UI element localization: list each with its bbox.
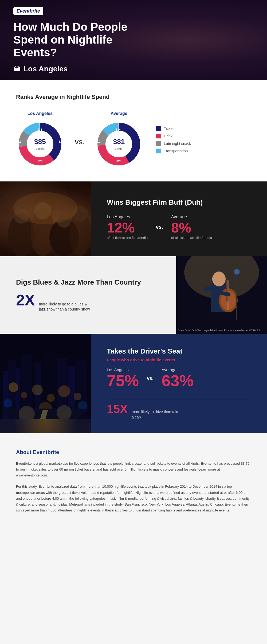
la-chart-label: Los Angeles [28,111,53,116]
film-avg-pct: 8% [171,221,212,235]
svg-point-46 [58,385,70,397]
legend-drink-text: Drink [164,134,172,138]
la-ticket-label: $33 [37,128,42,131]
film-la-stat: Los Angeles 12% of all tickets are film/… [107,215,148,240]
film-title: Wins Biggest Film Buff (Duh) [107,198,251,207]
avg-donut: $81 a night $34 $26 $10 $11 [95,120,143,168]
blues-multiplier: 2X [16,292,35,308]
ranks-title: Ranks Average in Nightlife Spend [16,94,251,100]
film-la-pct: 12% [107,221,148,235]
film-la-label: Los Angeles [107,215,148,219]
avg-chart-block: Average $81 a night $34 $26 [95,111,143,168]
la-donut: $85 a night $33 $29 $11 $12 [16,120,64,168]
hero-title: How Much Do People Spend on Nightlife Ev… [13,21,147,59]
svg-point-47 [74,393,81,400]
driver-multiplier: 15X [107,403,128,415]
legend-drink: Drink [156,134,191,138]
blues-caption: "Jazz Guitar Solo" by LongitudeLatitude … [178,329,260,332]
avg-snack-label: $10 [95,140,100,143]
film-avg-stat: Average 8% of all tickets are film/media [171,215,212,240]
legend: Ticket Drink Late night snack Transporta… [156,126,191,153]
svg-rect-29 [236,272,237,320]
la-amount: $85 [34,138,46,146]
legend-transport-color [156,149,161,153]
hero-location: 🏔 Los Angeles [13,64,254,73]
about-para1: Eventbrite is a global marketplace for l… [16,461,251,478]
driver-avg-pct: 63% [162,372,194,390]
driver-avg-stat: Average 63% [162,367,194,390]
film-stats: Los Angeles 12% of all tickets are film/… [107,215,251,240]
film-vs: vs. [156,224,163,230]
legend-snack-text: Late night snack [164,141,191,146]
legend-snack: Late night snack [156,141,191,146]
driver-subtitle: People who drive to nightlife events [107,358,251,362]
avg-per-night: a night [115,147,123,150]
driver-vs: vs. [147,376,154,381]
driver-section: Takes the Driver's Seat People who drive… [0,334,267,433]
about-para2: For this study, Eventbrite analyzed data… [16,484,251,513]
la-per-night: a night [36,147,44,150]
legend-ticket-text: Ticket [164,126,174,131]
blues-image: "Jazz Guitar Solo" by LongitudeLatitude … [176,256,267,334]
la-donut-center: $85 a night [34,138,46,151]
legend-snack-color [156,141,161,146]
location-text: Los Angeles [23,65,68,73]
film-la-desc: of all tickets are film/media [107,236,148,240]
film-section: Wins Biggest Film Buff (Duh) Los Angeles… [0,181,267,256]
about-section: About Eventbrite Eventbrite is a global … [0,433,267,535]
blues-content: Digs Blues & Jazz More Than Country 2X m… [0,256,176,334]
driver-image-inner [0,334,91,433]
avg-amount: $81 [113,138,125,146]
driver-la-stat: Los Angeles 75% [107,367,139,390]
driver-stats: Los Angeles 75% vs. Average 63% [107,367,251,390]
driver-avg-label: Average [162,367,194,372]
svg-point-20 [212,271,226,286]
svg-point-16 [13,192,77,224]
driver-title: Takes the Driver's Seat [107,347,251,355]
svg-point-42 [9,382,18,392]
legend-ticket-color [156,126,161,131]
eventbrite-logo: Eventbrite [13,7,43,15]
location-icon: 🏔 [13,64,21,73]
la-drink-label: $29 [38,160,42,163]
driver-divider [107,399,251,399]
driver-multiplier-desc: more likely to drive than take a cab [132,409,180,420]
film-content: Wins Biggest Film Buff (Duh) Los Angeles… [91,181,267,256]
legend-drink-color [156,134,161,138]
legend-ticket: Ticket [156,126,191,131]
ranks-section: Ranks Average in Nightlife Spend Los Ang… [0,80,267,181]
svg-point-31 [234,269,240,275]
film-avg-desc: of all tickets are film/media [171,236,212,240]
svg-point-43 [21,392,27,398]
hero-section: Eventbrite How Much Do People Spend on N… [0,0,267,80]
blues-section: Digs Blues & Jazz More Than Country 2X m… [0,256,267,334]
about-title: About Eventbrite [16,449,251,455]
film-image-inner [0,181,91,256]
blues-stat: 2X more likely to go to a blues & jazz s… [16,292,160,312]
la-snack-label: $11 [17,140,21,143]
film-image [0,181,91,256]
avg-drink-label: $26 [116,160,121,163]
driver-la-label: Los Angeles [107,367,139,372]
avg-transport-label: $11 [139,133,143,137]
driver-image [0,334,91,433]
blues-title: Digs Blues & Jazz More Than Country [16,278,160,287]
driver-multiplier-row: 15X more likely to drive than take a cab [107,403,251,420]
charts-area: Los Angeles $85 a night $33 [16,111,251,168]
svg-point-44 [32,385,43,395]
svg-point-48 [4,399,12,408]
driver-la-pct: 75% [107,372,139,390]
legend-transport: Transportation [156,149,191,153]
logo-text: Eventbrite [17,8,40,14]
avg-donut-center: $81 a night [113,138,125,151]
legend-transport-text: Transportation [164,149,188,153]
avg-ticket-label: $34 [116,128,120,131]
blues-desc: more likely to go to a blues & jazz show… [39,302,92,312]
driver-content: Takes the Driver's Seat People who drive… [91,334,267,433]
film-avg-label: Average [171,215,212,219]
la-transport-label: $12 [59,140,64,143]
svg-point-45 [47,394,55,402]
vs-text: VS. [75,139,84,146]
avg-chart-label: Average [111,111,127,116]
la-chart-block: Los Angeles $85 a night $33 [16,111,64,168]
